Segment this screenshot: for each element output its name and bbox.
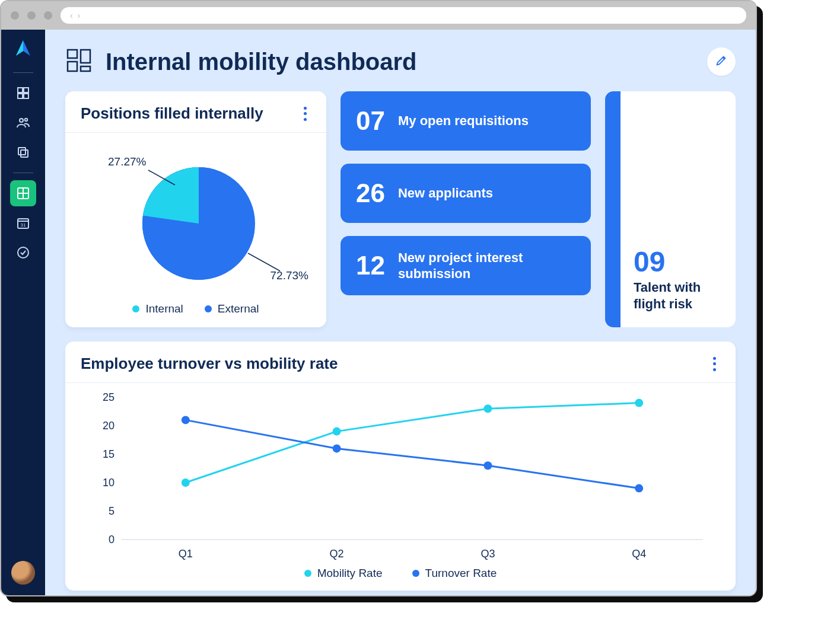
svg-point-14 <box>18 247 28 258</box>
stat-card-requisitions[interactable]: 07 My open requisitions <box>341 91 591 151</box>
line-card-title: Employee turnover vs mobility rate <box>81 355 338 373</box>
sidebar-item-calendar[interactable]: 31 <box>10 210 36 236</box>
legend-mobility-label: Mobility Rate <box>317 567 383 580</box>
legend-external: External <box>205 302 259 315</box>
pie-card-body: 27.27% 72.73% Internal External <box>65 133 326 327</box>
svg-point-34 <box>333 427 341 436</box>
line-legend: Mobility Rate Turnover Rate <box>81 567 720 580</box>
browser-window: ‹ › 31 <box>0 0 757 596</box>
traffic-dot-min[interactable] <box>27 11 36 20</box>
stat-card-projects[interactable]: 12 New project interest submission <box>341 236 591 295</box>
svg-point-4 <box>20 119 23 122</box>
svg-text:0: 0 <box>109 534 114 545</box>
stat-column: 07 My open requisitions 26 New applicant… <box>341 91 591 327</box>
stat-card-applicants[interactable]: 26 New applicants <box>341 164 591 223</box>
svg-rect-3 <box>24 94 28 98</box>
browser-titlebar: ‹ › <box>1 1 756 30</box>
url-bar[interactable]: ‹ › <box>61 7 746 24</box>
kebab-menu-icon[interactable] <box>708 356 720 372</box>
page-title: Internal mobility dashboard <box>106 49 417 75</box>
svg-text:Q4: Q4 <box>632 548 646 560</box>
svg-text:15: 15 <box>103 448 114 460</box>
sidebar-item-copy[interactable] <box>10 139 36 165</box>
svg-point-33 <box>182 478 190 487</box>
svg-text:Q1: Q1 <box>179 548 193 560</box>
page-header-left: Internal mobility dashboard <box>65 46 417 77</box>
sidebar-item-boards[interactable] <box>10 180 36 206</box>
legend-turnover-label: Turnover Rate <box>425 567 497 580</box>
dashboard-content: Internal mobility dashboard Positions fi… <box>45 30 756 595</box>
svg-line-21 <box>248 253 280 271</box>
stat-value: 07 <box>356 108 385 134</box>
user-avatar[interactable] <box>11 561 35 585</box>
pie-card-title: Positions filled internally <box>81 104 263 123</box>
svg-text:Q3: Q3 <box>481 548 495 560</box>
sidebar-item-check[interactable] <box>10 240 36 266</box>
svg-rect-7 <box>18 148 26 155</box>
svg-rect-18 <box>81 66 90 71</box>
flight-risk-card[interactable]: 09 Talent with flight risk <box>605 91 736 327</box>
legend-internal: Internal <box>132 302 183 315</box>
traffic-dot-max[interactable] <box>44 11 52 20</box>
app-logo-icon[interactable] <box>12 38 34 59</box>
pie-internal-pct: 27.27% <box>108 155 146 168</box>
pie-chart: 27.27% 72.73% <box>83 143 308 298</box>
sidebar: 31 <box>1 30 45 595</box>
pie-card-header: Positions filled internally <box>65 91 326 133</box>
svg-text:20: 20 <box>103 420 114 432</box>
pencil-icon <box>715 54 728 69</box>
legend-turnover: Turnover Rate <box>412 567 497 580</box>
flight-stripe <box>605 91 621 327</box>
svg-text:31: 31 <box>21 222 26 228</box>
stat-value: 12 <box>356 253 385 279</box>
stat-value: 26 <box>356 180 385 206</box>
pie-legend: Internal External <box>132 302 259 315</box>
svg-text:10: 10 <box>103 477 114 489</box>
svg-rect-1 <box>24 88 28 92</box>
svg-rect-15 <box>68 50 77 58</box>
edit-button[interactable] <box>707 47 736 76</box>
line-chart: 2520151050Q1Q2Q3Q4 <box>81 391 720 563</box>
flight-value: 09 <box>634 245 723 278</box>
svg-text:25: 25 <box>103 391 114 403</box>
svg-rect-17 <box>68 62 77 71</box>
stat-label: New project interest submission <box>398 250 575 282</box>
sidebar-separator <box>13 72 33 73</box>
legend-external-label: External <box>218 302 259 315</box>
nav-arrows-icon: ‹ › <box>70 11 81 20</box>
svg-point-40 <box>635 484 643 493</box>
app-root: 31 Internal mobility dashboard <box>1 30 756 595</box>
sidebar-item-people[interactable] <box>10 110 36 136</box>
legend-internal-label: Internal <box>145 302 183 315</box>
svg-point-38 <box>333 444 341 452</box>
svg-text:5: 5 <box>109 505 114 517</box>
flight-label: Talent with flight risk <box>634 279 723 312</box>
grid-icon <box>65 46 94 77</box>
line-card-header: Employee turnover vs mobility rate <box>65 342 736 383</box>
svg-rect-16 <box>81 50 90 63</box>
flight-body: 09 Talent with flight risk <box>621 91 736 327</box>
legend-mobility: Mobility Rate <box>304 567 383 580</box>
svg-text:Q2: Q2 <box>330 548 344 560</box>
stat-label: New applicants <box>398 185 493 202</box>
svg-point-5 <box>25 119 27 121</box>
svg-point-36 <box>635 399 643 407</box>
sidebar-separator <box>13 173 33 173</box>
svg-point-35 <box>483 404 492 413</box>
page-header: Internal mobility dashboard <box>65 46 736 77</box>
pie-external-pct: 72.73% <box>271 269 308 282</box>
svg-point-37 <box>182 416 190 424</box>
svg-rect-6 <box>21 150 28 157</box>
svg-point-39 <box>483 461 492 470</box>
metrics-row: Positions filled internally <box>65 91 736 327</box>
line-card-body: 2520151050Q1Q2Q3Q4 Mobility Rate Turnove… <box>65 383 736 591</box>
stat-label: My open requisitions <box>398 113 529 129</box>
sidebar-item-dashboard[interactable] <box>10 80 36 106</box>
traffic-dot-close[interactable] <box>11 11 19 20</box>
svg-rect-2 <box>18 94 23 98</box>
svg-rect-0 <box>18 88 23 92</box>
line-card: Employee turnover vs mobility rate 25201… <box>65 342 736 591</box>
kebab-menu-icon[interactable] <box>299 106 311 122</box>
pie-card: Positions filled internally <box>65 91 326 327</box>
